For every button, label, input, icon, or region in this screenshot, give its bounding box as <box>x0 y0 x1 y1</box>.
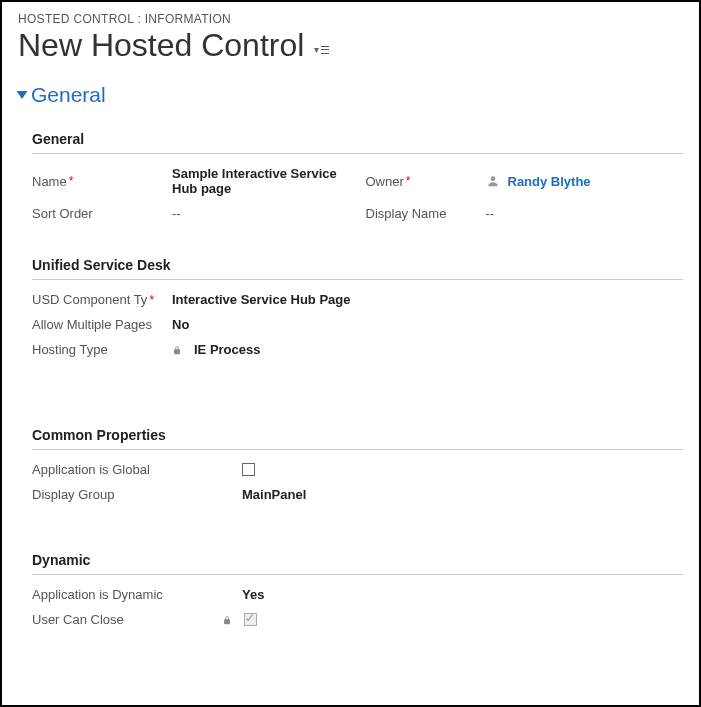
display-group-value[interactable]: MainPanel <box>242 487 306 502</box>
display-name-value[interactable]: -- <box>486 206 495 221</box>
subsection-general: General Name* Sample Interactive Service… <box>32 131 683 221</box>
section-toggle-general[interactable]: General <box>18 83 683 107</box>
user-can-close-checkbox <box>244 613 257 626</box>
form-selector-icon[interactable] <box>314 44 329 55</box>
field-name[interactable]: Name* Sample Interactive Service Hub pag… <box>32 166 350 196</box>
app-dynamic-label: Application is Dynamic <box>32 587 242 602</box>
field-application-dynamic[interactable]: Application is Dynamic Yes <box>32 587 683 602</box>
field-sort-order[interactable]: Sort Order -- <box>32 206 350 221</box>
name-value[interactable]: Sample Interactive Service Hub page <box>172 166 350 196</box>
field-display-group[interactable]: Display Group MainPanel <box>32 487 683 502</box>
app-dynamic-value[interactable]: Yes <box>242 587 264 602</box>
allow-multiple-value[interactable]: No <box>172 317 189 332</box>
display-name-label: Display Name <box>366 206 486 221</box>
subsection-title-general: General <box>32 131 683 154</box>
section-header-label: General <box>31 83 106 107</box>
name-label: Name <box>32 174 67 189</box>
field-user-can-close: User Can Close <box>32 612 683 627</box>
subsection-usd: Unified Service Desk USD Component Ty* I… <box>32 257 683 357</box>
page-title-row: New Hosted Control <box>18 28 683 63</box>
owner-value[interactable]: Randy Blythe <box>508 174 591 189</box>
allow-multiple-label: Allow Multiple Pages <box>32 317 172 332</box>
app-global-label: Application is Global <box>32 462 242 477</box>
field-application-global[interactable]: Application is Global <box>32 462 683 477</box>
display-group-label: Display Group <box>32 487 242 502</box>
subsection-title-usd: Unified Service Desk <box>32 257 683 280</box>
hosting-type-label: Hosting Type <box>32 342 172 357</box>
subsection-dynamic: Dynamic Application is Dynamic Yes User … <box>32 552 683 627</box>
sort-order-value[interactable]: -- <box>172 206 181 221</box>
sort-order-label: Sort Order <box>32 206 172 221</box>
collapse-triangle-icon <box>17 91 28 99</box>
required-asterisk-icon: * <box>406 174 411 188</box>
subsection-title-dynamic: Dynamic <box>32 552 683 575</box>
page-title: New Hosted Control <box>18 28 304 63</box>
required-asterisk-icon: * <box>149 293 154 307</box>
subsection-title-common: Common Properties <box>32 427 683 450</box>
user-can-close-label: User Can Close <box>32 612 222 627</box>
field-usd-component-type[interactable]: USD Component Ty* Interactive Service Hu… <box>32 292 683 307</box>
person-icon <box>486 174 500 188</box>
component-type-label: USD Component Ty <box>32 292 147 307</box>
subsection-common: Common Properties Application is Global … <box>32 427 683 502</box>
field-hosting-type: Hosting Type IE Process <box>32 342 683 357</box>
component-type-value[interactable]: Interactive Service Hub Page <box>172 292 350 307</box>
lock-icon <box>222 614 232 626</box>
field-allow-multiple-pages[interactable]: Allow Multiple Pages No <box>32 317 683 332</box>
lock-icon <box>172 344 182 356</box>
svg-point-0 <box>490 177 495 182</box>
field-display-name[interactable]: Display Name -- <box>366 206 684 221</box>
hosting-type-value: IE Process <box>194 342 261 357</box>
field-owner[interactable]: Owner* Randy Blythe <box>366 174 684 189</box>
app-global-checkbox[interactable] <box>242 463 255 476</box>
owner-label: Owner <box>366 174 404 189</box>
breadcrumb: HOSTED CONTROL : INFORMATION <box>18 12 683 26</box>
required-asterisk-icon: * <box>69 174 74 188</box>
